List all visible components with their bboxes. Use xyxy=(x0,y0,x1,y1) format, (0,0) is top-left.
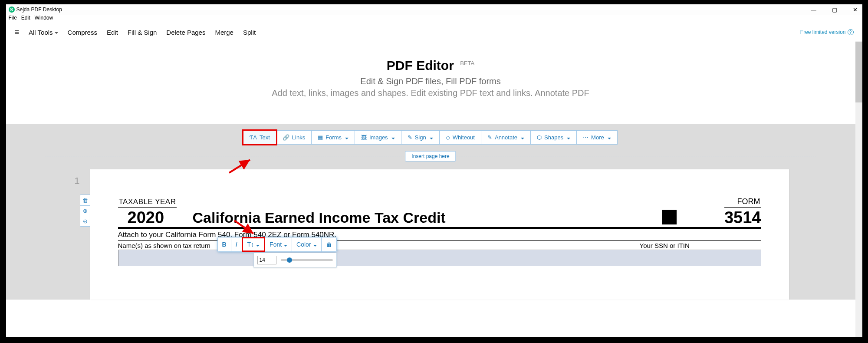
shapes-icon: ⬡ xyxy=(537,134,542,141)
eraser-icon: ◇ xyxy=(446,134,450,141)
tab-text[interactable]: ƬA Text xyxy=(243,130,276,145)
taxable-year-label: TAXABLE YEAR xyxy=(118,198,177,208)
font-color-button[interactable]: Color xyxy=(292,237,321,252)
delete-text-button[interactable]: 🗑 xyxy=(321,237,337,252)
doc-fields-row: Name(s) as shown on tax return Your SSN … xyxy=(118,241,761,266)
menu-toggle-icon[interactable]: ≡ xyxy=(15,28,20,37)
minimize-button[interactable]: — xyxy=(809,7,818,13)
delete-pages-button[interactable]: Delete Pages xyxy=(166,29,205,36)
ssn-label: Your SSN or ITIN xyxy=(640,241,761,250)
tab-annotate[interactable]: ✎ Annotate xyxy=(481,130,531,145)
year-value: 2020 xyxy=(118,208,177,227)
edit-button[interactable]: Edit xyxy=(107,29,118,36)
maximize-button[interactable]: ▢ xyxy=(830,7,839,13)
font-size-button[interactable]: T↕ xyxy=(242,237,266,252)
doc-title: California Earned Income Tax Credit xyxy=(192,209,661,227)
form-label: FORM xyxy=(724,197,761,208)
chevron-down-icon xyxy=(255,241,260,248)
fill-sign-button[interactable]: Fill & Sign xyxy=(128,29,157,36)
names-input[interactable] xyxy=(118,250,640,266)
insert-page-row: Insert page here xyxy=(45,156,816,156)
page-wrap: 1 🗑 ⊕ ⊖ TAXABLE YEAR 2020 California Ear… xyxy=(45,169,816,300)
hero: PDF Editor BETA Edit & Sign PDF files, F… xyxy=(6,41,855,124)
menu-edit[interactable]: Edit xyxy=(21,15,30,23)
tab-sign[interactable]: ✎ Sign xyxy=(401,130,440,145)
editor-section: ƬA Text 🔗 Links ▦ Forms 🖼 Images xyxy=(6,124,855,300)
italic-button[interactable]: I xyxy=(231,237,242,252)
chevron-down-icon xyxy=(607,134,611,141)
doc-header-row: TAXABLE YEAR 2020 California Earned Inco… xyxy=(118,197,761,229)
close-button[interactable]: ✕ xyxy=(851,7,860,13)
tab-forms[interactable]: ▦ Forms xyxy=(311,130,355,145)
hero-subtitle-2: Add text, links, images and shapes. Edit… xyxy=(6,88,855,98)
tab-links[interactable]: 🔗 Links xyxy=(276,130,312,145)
app-icon: S xyxy=(9,7,15,13)
zoom-out-icon[interactable]: ⊖ xyxy=(80,216,91,226)
text-edit-toolbar: B I T↕ Font Color 🗑 xyxy=(218,237,337,252)
doc-year-block: TAXABLE YEAR 2020 xyxy=(118,198,177,227)
font-size-input[interactable] xyxy=(257,256,276,264)
titlebar: S Sejda PDF Desktop — ▢ ✕ xyxy=(6,4,862,15)
chevron-down-icon xyxy=(566,134,570,141)
vertical-scrollbar[interactable] xyxy=(855,41,862,337)
content-area: PDF Editor BETA Edit & Sign PDF files, F… xyxy=(6,41,855,337)
beta-badge: BETA xyxy=(460,60,474,66)
zoom-in-icon[interactable]: ⊕ xyxy=(80,205,91,216)
chevron-down-icon xyxy=(429,134,433,141)
chevron-down-icon xyxy=(283,241,287,248)
sign-icon: ✎ xyxy=(408,134,412,141)
names-field: Name(s) as shown on tax return xyxy=(118,241,640,266)
names-label: Name(s) as shown on tax return xyxy=(118,241,640,250)
split-button[interactable]: Split xyxy=(243,29,256,36)
page-title: PDF Editor xyxy=(387,58,454,73)
ssn-input[interactable] xyxy=(640,250,761,266)
pdf-page[interactable]: TAXABLE YEAR 2020 California Earned Inco… xyxy=(90,169,789,300)
tab-images[interactable]: 🖼 Images xyxy=(355,130,401,145)
window-title: Sejda PDF Desktop xyxy=(16,7,62,13)
font-size-popup xyxy=(253,253,337,267)
main-toolbar: ≡ All Tools Compress Edit Fill & Sign De… xyxy=(6,23,862,41)
tab-whiteout[interactable]: ◇ Whiteout xyxy=(439,130,481,145)
page-side-tools: 🗑 ⊕ ⊖ xyxy=(80,195,91,227)
form-icon: ▦ xyxy=(318,134,323,141)
form-number: 3514 xyxy=(724,208,761,227)
tab-shapes[interactable]: ⬡ Shapes xyxy=(530,130,577,145)
chevron-down-icon xyxy=(520,134,524,141)
app-window: S Sejda PDF Desktop — ▢ ✕ File Edit Wind… xyxy=(6,4,862,337)
scrollbar-thumb[interactable] xyxy=(855,42,862,102)
ssn-field: Your SSN or ITIN xyxy=(640,241,761,266)
editor-tool-tabs: ƬA Text 🔗 Links ▦ Forms 🖼 Images xyxy=(6,130,855,145)
doc-form-block: FORM 3514 xyxy=(724,197,761,227)
tab-more[interactable]: ⋯ More xyxy=(576,130,618,145)
bold-button[interactable]: B xyxy=(217,237,231,252)
window-controls: — ▢ ✕ xyxy=(809,7,860,13)
chevron-down-icon xyxy=(312,241,317,248)
image-icon: 🖼 xyxy=(361,134,367,141)
more-icon: ⋯ xyxy=(583,134,589,141)
all-tools-button[interactable]: All Tools xyxy=(29,29,58,36)
slider-knob[interactable] xyxy=(287,257,292,263)
pencil-icon: ✎ xyxy=(487,134,492,141)
font-size-slider[interactable] xyxy=(281,259,333,261)
menubar: File Edit Window xyxy=(6,15,862,23)
merge-button[interactable]: Merge xyxy=(215,29,233,36)
menu-file[interactable]: File xyxy=(9,15,17,23)
chevron-down-icon xyxy=(344,134,349,141)
hero-subtitle-1: Edit & Sign PDF files, Fill PDF forms xyxy=(6,76,855,86)
help-icon: ? xyxy=(848,29,854,35)
text-icon: ƬA xyxy=(250,134,257,141)
delete-page-icon[interactable]: 🗑 xyxy=(80,195,91,205)
insert-page-button[interactable]: Insert page here xyxy=(405,151,456,162)
font-family-button[interactable]: Font xyxy=(265,237,292,252)
compress-button[interactable]: Compress xyxy=(68,29,97,36)
free-version-link[interactable]: Free limited version ? xyxy=(800,29,854,35)
link-icon: 🔗 xyxy=(283,134,289,141)
attach-note: Attach to your California Form 540, Form… xyxy=(118,229,761,241)
menu-window[interactable]: Window xyxy=(35,15,53,23)
barcode-icon xyxy=(662,210,677,224)
chevron-down-icon xyxy=(391,134,395,141)
page-number: 1 xyxy=(45,169,80,300)
